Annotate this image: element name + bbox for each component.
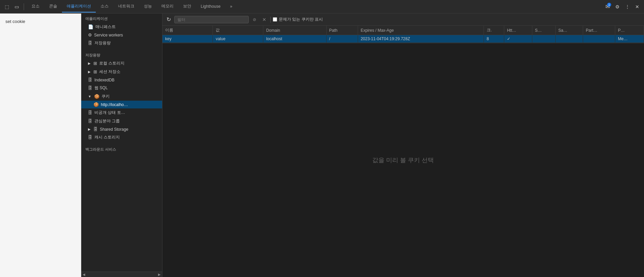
db-icon-sql: 🗄 (88, 85, 92, 91)
col-priority: P… (615, 26, 644, 35)
db-icon-cache: 🗄 (88, 135, 92, 140)
sidebar-item-label: 관심분야 그룹 (94, 118, 120, 124)
table-icon-local: ⊞ (93, 61, 97, 66)
content-area: ↻ ⊘ ✕ 문제가 있는 쿠키만 표시 (162, 14, 644, 277)
cell-priority: Me… (615, 35, 644, 43)
sidebar-item-indexeddb[interactable]: 🗄 IndexedDB (81, 76, 162, 84)
expand-arrow-cookies: ▼ (88, 95, 91, 98)
tab-sources[interactable]: 소스 (96, 1, 113, 12)
col-path: Path (326, 26, 358, 35)
sidebar-item-storage-quota[interactable]: 🗄 저장용량 (81, 39, 162, 47)
more-options-icon[interactable]: ⋮ (623, 3, 632, 11)
section-application: 애플리케이션 (81, 14, 162, 23)
browser-page: set cookie (0, 14, 81, 277)
refresh-button[interactable]: ↻ (165, 16, 172, 23)
devtools-container: 애플리케이션 📄 매니페스트 ⚙ Service workers 🗄 (81, 14, 644, 277)
table-row[interactable]: key value localhost / 2023-11-04T04:19:2… (162, 35, 644, 43)
cell-samesite (555, 35, 583, 43)
cell-httponly: ✓ (504, 35, 532, 43)
sidebar-item-label: http://localho… (101, 102, 128, 107)
col-httponly: Htt… (504, 26, 532, 35)
toolbar-right: ✉ 1 ⚙ ⋮ ✕ (603, 2, 641, 11)
sidebar-item-cookies-localhost[interactable]: 🍪 http://localho… (81, 101, 162, 108)
clear-filter-icon[interactable]: ✕ (260, 16, 268, 23)
expand-arrow-shared: ▶ (88, 127, 91, 131)
close-icon[interactable]: ✕ (633, 3, 641, 11)
sidebar-item-cache-storage[interactable]: 🗄 캐시 스토리지 (81, 133, 162, 142)
filter-checkbox-text: 문제가 있는 쿠키만 표시 (279, 17, 323, 22)
manifest-icon: 📄 (88, 24, 93, 29)
sidebar-item-label: 캐시 스토리지 (94, 134, 120, 140)
col-name: 이름 (162, 26, 213, 35)
tab-memory[interactable]: 메모리 (157, 1, 178, 12)
col-value: 값 (213, 26, 263, 35)
expand-arrow-session: ▶ (88, 70, 91, 74)
db-icon-indexed: 🗄 (88, 77, 92, 82)
inspect-icon[interactable]: ⬚ (3, 3, 11, 11)
sidebar-item-interest-groups[interactable]: 🗄 관심분야 그룹 (81, 117, 162, 125)
cell-domain: localhost (263, 35, 326, 43)
sidebar-item-label: 웹 SQL (94, 85, 108, 91)
tab-more[interactable]: » (225, 1, 237, 12)
tab-lighthouse[interactable]: Lighthouse (196, 1, 225, 12)
top-toolbar: ⬚ ▭ 요소 콘솔 애플리케이션 소스 네트워크 성능 메모리 보안 Light… (0, 0, 644, 14)
sidebar-item-label: IndexedDB (94, 78, 114, 82)
cell-path: / (326, 35, 358, 43)
col-secure: S… (532, 26, 555, 35)
tab-performance[interactable]: 성능 (139, 1, 157, 12)
database-icon: 🗄 (88, 41, 92, 46)
sidebar-item-label: 비공개 상태 토… (94, 110, 125, 116)
tab-console[interactable]: 콘솔 (44, 1, 62, 12)
filter-deselect-icon[interactable]: ⊘ (251, 17, 258, 23)
col-domain: Domain (263, 26, 326, 35)
filter-checkbox[interactable] (273, 17, 277, 22)
cookie-icon-sub: 🍪 (93, 102, 99, 107)
expand-arrow-local: ▶ (88, 61, 91, 65)
sidebar-item-label: 매니페스트 (95, 24, 116, 30)
tab-elements[interactable]: 요소 (27, 1, 44, 12)
device-icon[interactable]: ▭ (13, 3, 21, 11)
toolbar-divider (24, 3, 24, 10)
cookie-table-wrapper: 이름 값 Domain Path Expires / Max-Age 크. Ht… (162, 26, 644, 43)
table-icon-session: ⊞ (93, 69, 97, 74)
sidebar-item-service-workers[interactable]: ⚙ Service workers (81, 31, 162, 39)
table-header-row: 이름 값 Domain Path Expires / Max-Age 크. Ht… (162, 26, 644, 35)
settings-icon[interactable]: ⚙ (613, 3, 622, 11)
tab-application[interactable]: 애플리케이션 (62, 1, 96, 12)
chat-icon[interactable]: ✉ 1 (603, 2, 612, 11)
sidebar-item-label: 저장용량 (94, 40, 111, 46)
scroll-right-btn[interactable]: ▶ (158, 273, 161, 276)
sidebar-item-label: Service workers (94, 33, 123, 37)
tab-network[interactable]: 네트워크 (113, 1, 139, 12)
cookie-table: 이름 값 Domain Path Expires / Max-Age 크. Ht… (162, 26, 644, 43)
cell-name: key (162, 35, 213, 43)
sidebar-item-shared-storage[interactable]: ▶ 🗄 Shared Storage (81, 125, 162, 133)
sidebar-content: 애플리케이션 📄 매니페스트 ⚙ Service workers 🗄 (81, 14, 162, 272)
preview-text: 값을 미리 볼 쿠키 선택 (372, 156, 434, 164)
db-icon-private: 🗄 (88, 110, 92, 115)
filter-bar: ↻ ⊘ ✕ 문제가 있는 쿠키만 표시 (162, 14, 644, 26)
sidebar-item-cookies[interactable]: ▼ 🍪 쿠키 (81, 92, 162, 101)
tab-nav: 요소 콘솔 애플리케이션 소스 네트워크 성능 메모리 보안 Lighthous… (27, 1, 602, 12)
gear-icon: ⚙ (88, 32, 92, 37)
filter-checkbox-label[interactable]: 문제가 있는 쿠키만 표시 (273, 17, 323, 22)
sidebar-scroll[interactable]: 애플리케이션 📄 매니페스트 ⚙ Service workers 🗄 (81, 14, 162, 272)
sidebar-item-manifest[interactable]: 📄 매니페스트 (81, 23, 162, 31)
sidebar-item-session-storage[interactable]: ▶ ⊞ 세션 저장소 (81, 68, 162, 76)
sidebar-item-label: 세션 저장소 (99, 69, 120, 75)
filter-sep (270, 17, 271, 23)
sidebar-item-private-state[interactable]: 🗄 비공개 상태 토… (81, 108, 162, 117)
tab-security[interactable]: 보안 (178, 1, 196, 12)
sidebar-item-web-sql[interactable]: 🗄 웹 SQL (81, 84, 162, 92)
filter-input[interactable] (174, 16, 249, 23)
sidebar-item-label: 쿠키 (102, 94, 110, 99)
sidebar-item-local-storage[interactable]: ▶ ⊞ 로컬 스토리지 (81, 59, 162, 68)
preview-area: 값을 미리 볼 쿠키 선택 (162, 43, 644, 277)
sidebar-hscrollbar: ◀ ▶ (81, 272, 162, 277)
scroll-left-btn[interactable]: ◀ (83, 273, 85, 276)
cookie-icon: 🍪 (94, 94, 99, 99)
devtools-sidebar: 애플리케이션 📄 매니페스트 ⚙ Service workers 🗄 (81, 14, 162, 277)
section-background: 백그라운드 서비스 (81, 144, 162, 153)
chat-badge: 1 (607, 3, 611, 7)
db-icon-interest: 🗄 (88, 119, 92, 124)
